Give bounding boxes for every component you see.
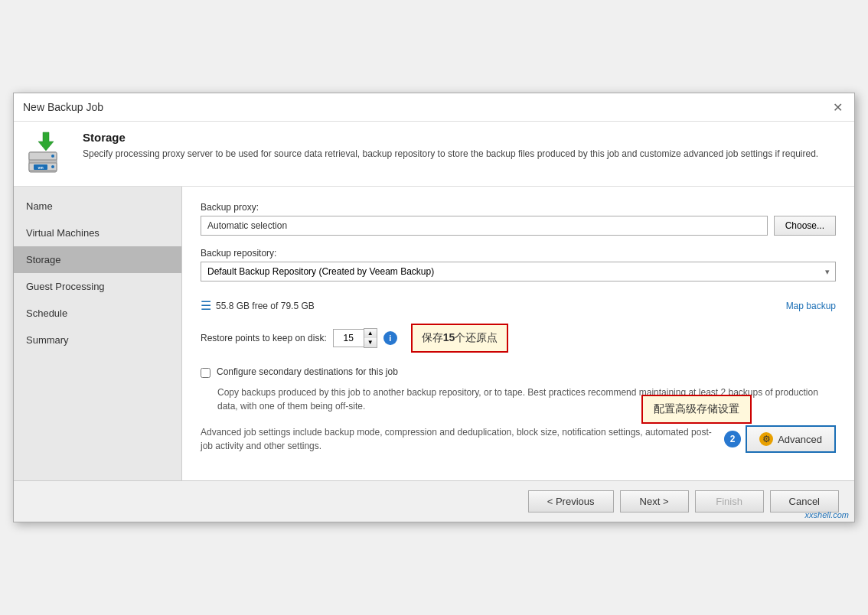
finish-button[interactable]: Finish <box>695 490 764 512</box>
svg-text:vm: vm <box>38 165 44 170</box>
advanced-button[interactable]: ⚙ Advanced <box>746 425 836 453</box>
backup-repo-select-wrapper: Default Backup Repository (Created by Ve… <box>201 262 836 281</box>
map-backup-link[interactable]: Map backup <box>786 301 836 311</box>
header-description: Specify processing proxy server to be us… <box>83 147 818 161</box>
svg-point-4 <box>51 165 54 168</box>
backup-proxy-input[interactable] <box>201 216 768 236</box>
storage-left: ☰ 55.8 GB free of 79.5 GB <box>201 298 315 313</box>
step-2-badge: 2 <box>724 431 741 447</box>
restore-points-spinner: ▲ ▼ <box>333 328 377 348</box>
svg-marker-7 <box>38 132 54 151</box>
restore-points-input[interactable] <box>333 329 364 347</box>
backup-repo-group: Backup repository: Default Backup Reposi… <box>201 248 836 281</box>
spinner-up-button[interactable]: ▲ <box>364 329 377 338</box>
advanced-description-text: Advanced job settings include backup mod… <box>201 425 712 453</box>
storage-icon: vm <box>26 131 72 177</box>
previous-button[interactable]: < Previous <box>528 490 614 512</box>
advanced-btn-row: 2 ⚙ Advanced <box>724 425 836 453</box>
sidebar: Name Virtual Machines Storage Guest Proc… <box>14 187 182 480</box>
spinner-down-button[interactable]: ▼ <box>364 338 377 347</box>
spinner-buttons: ▲ ▼ <box>364 328 377 348</box>
sidebar-item-name[interactable]: Name <box>14 193 181 220</box>
bottom-section: Advanced job settings include backup mod… <box>201 413 836 465</box>
main-content: Backup proxy: Choose... Backup repositor… <box>182 187 854 480</box>
advanced-btn-label: Advanced <box>778 434 822 445</box>
dialog-footer: < Previous Next > Finish Cancel <box>14 480 854 522</box>
backup-repo-select[interactable]: Default Backup Repository (Created by Ve… <box>201 262 836 281</box>
header-section: vm Storage Specify processing proxy serv… <box>14 122 854 187</box>
sidebar-item-schedule[interactable]: Schedule <box>14 300 181 327</box>
header-title: Storage <box>83 131 818 144</box>
advanced-right: 配置高级存储设置 2 ⚙ Advanced <box>724 425 836 453</box>
choose-proxy-button[interactable]: Choose... <box>774 216 836 236</box>
restore-points-label: Restore points to keep on disk: <box>201 333 327 343</box>
backup-proxy-group: Backup proxy: Choose... <box>201 202 836 236</box>
sidebar-item-summary[interactable]: Summary <box>14 327 181 353</box>
backup-proxy-label: Backup proxy: <box>201 202 836 213</box>
watermark: xxshell.com <box>805 510 849 519</box>
next-button[interactable]: Next > <box>620 490 689 512</box>
sidebar-item-virtual-machines[interactable]: Virtual Machines <box>14 220 181 246</box>
restore-points-info-icon[interactable]: i <box>383 331 397 345</box>
database-icon: ☰ <box>201 298 211 313</box>
sidebar-item-storage[interactable]: Storage <box>14 246 181 273</box>
content-area: Name Virtual Machines Storage Guest Proc… <box>14 187 854 480</box>
advanced-section: Advanced job settings include backup mod… <box>201 425 836 453</box>
header-text: Storage Specify processing proxy server … <box>83 131 818 161</box>
title-bar: New Backup Job ✕ <box>14 93 854 122</box>
restore-points-tooltip: 保存15个还原点 <box>411 324 509 353</box>
sidebar-item-guest-processing[interactable]: Guest Processing <box>14 273 181 300</box>
storage-info-row: ☰ 55.8 GB free of 79.5 GB Map backup <box>201 298 836 313</box>
cancel-button[interactable]: Cancel <box>770 490 839 512</box>
close-button[interactable]: ✕ <box>830 99 845 115</box>
backup-repo-label: Backup repository: <box>201 248 836 259</box>
restore-points-row: Restore points to keep on disk: ▲ ▼ i 保存… <box>201 324 836 353</box>
dialog-title: New Backup Job <box>23 101 103 113</box>
configure-secondary-label: Configure secondary destinations for thi… <box>217 366 398 377</box>
gear-icon: ⚙ <box>759 432 773 446</box>
advanced-tooltip: 配置高级存储设置 <box>641 395 752 424</box>
configure-secondary-checkbox-row: Configure secondary destinations for thi… <box>201 366 836 378</box>
configure-secondary-checkbox[interactable] <box>201 368 210 378</box>
svg-point-3 <box>51 155 54 158</box>
storage-free-text: 55.8 GB free of 79.5 GB <box>216 301 315 311</box>
backup-job-dialog: New Backup Job ✕ vm <box>13 93 855 522</box>
backup-proxy-input-row: Choose... <box>201 216 836 236</box>
